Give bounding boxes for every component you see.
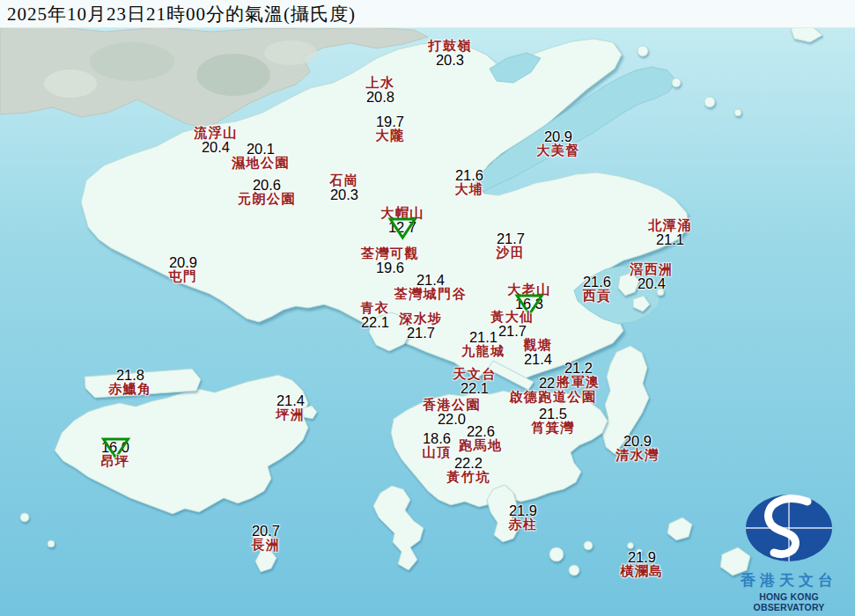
station: 20.9大美督	[536, 129, 580, 158]
station: 20.9屯門	[169, 255, 198, 283]
station-name: 長洲	[252, 539, 281, 552]
temperature-map-screen: 打鼓嶺20.3上水20.819.7大隴流浮山20.420.1濕地公園20.6元朗…	[0, 0, 855, 616]
station: 觀塘21.4	[524, 339, 553, 367]
station-name: 黃大仙	[490, 311, 534, 324]
station: 滘西洲20.4	[630, 263, 674, 291]
station: 20.1濕地公園	[232, 142, 290, 170]
station-name: 黃竹坑	[446, 471, 490, 484]
station: 21.2將軍澳	[556, 361, 601, 389]
station-value: 12.7	[380, 220, 424, 235]
station-name: 香港公園	[423, 399, 481, 412]
station: 22.6跑馬地	[459, 424, 503, 452]
station-name: 滘西洲	[630, 263, 674, 276]
station: 20.6元朗公園	[238, 178, 296, 206]
station-value: 20.9	[615, 434, 660, 449]
hko-logo-chinese: 香港天文台	[728, 570, 850, 590]
station-value: 20.3	[428, 53, 472, 68]
station-value: 21.4	[524, 352, 553, 367]
station: 北潭涌21.1	[648, 219, 692, 247]
station-value: 20.6	[238, 178, 296, 193]
station-name: 大隴	[376, 129, 405, 143]
station-name: 深水埗	[399, 312, 443, 326]
hko-logo-icon	[741, 491, 837, 565]
station-value: 21.6	[583, 275, 612, 290]
station-name: 屯門	[169, 270, 198, 283]
station-value: 21.5	[531, 407, 575, 422]
station-name: 將軍澳	[556, 376, 601, 389]
station: 石崗20.3	[330, 174, 359, 202]
station-value: 21.7	[497, 231, 526, 246]
station: 16.0昂坪	[101, 440, 130, 468]
station-name: 流浮山	[194, 127, 238, 140]
station-name: 大老山	[507, 283, 551, 297]
station-name: 坪洲	[276, 408, 306, 422]
station: 21.4坪洲	[276, 393, 306, 422]
station: 深水埗21.7	[399, 312, 443, 341]
station-name: 元朗公園	[238, 193, 296, 206]
station: 19.7大隴	[376, 114, 405, 143]
station-name: 北潭涌	[648, 219, 692, 232]
station-name: 赤鱲角	[108, 383, 152, 396]
station: 上水20.8	[366, 77, 395, 105]
station-value: 20.9	[536, 129, 580, 144]
station-value: 20.9	[169, 255, 198, 270]
station: 21.7沙田	[497, 231, 526, 260]
hko-logo: 香港天文台 HONG KONG OBSERVATORY	[728, 491, 850, 612]
hko-logo-english: HONG KONG OBSERVATORY	[728, 591, 850, 612]
station: 21.6西貢	[583, 275, 612, 303]
station-name: 筲箕灣	[531, 422, 575, 435]
station-value: 20.7	[252, 524, 281, 539]
station-value: 21.9	[509, 503, 538, 518]
station: 天文台22.1	[453, 368, 497, 396]
station-name: 大帽山	[380, 207, 424, 220]
station: 20.9清水灣	[615, 434, 660, 462]
station-name: 沙田	[497, 246, 526, 260]
station-value: 21.8	[108, 368, 152, 383]
station-name: 清水灣	[615, 449, 660, 462]
station: 20.7長洲	[252, 524, 281, 552]
station-value: 20.4	[630, 276, 674, 291]
station: 荃灣可觀19.6	[361, 247, 419, 275]
station-name: 上水	[366, 77, 395, 90]
station-value: 18.6	[423, 431, 452, 446]
station-name: 石崗	[330, 174, 359, 187]
station-value: 20.8	[366, 90, 395, 105]
station-value: 22.6	[459, 424, 503, 439]
station-name: 青衣	[361, 302, 390, 315]
station: 青衣22.1	[361, 302, 390, 330]
station: 21.1九龍城	[461, 330, 505, 358]
station-value: 22.1	[453, 381, 497, 396]
extreme-low-triangle-icon	[387, 216, 418, 240]
station-name: 荃灣可觀	[361, 247, 419, 260]
station-name: 天文台	[453, 368, 497, 381]
station-value: 21.6	[455, 168, 484, 183]
station-name: 橫瀾島	[620, 565, 664, 578]
map-title: 2025年10月23日21時00分的氣溫(攝氏度)	[0, 2, 356, 26]
station-name: 濕地公園	[232, 157, 290, 170]
station-name: 昂坪	[101, 455, 130, 468]
station: 21.6大埔	[455, 168, 484, 196]
station-value: 21.7	[399, 326, 443, 341]
station: 大帽山12.7	[380, 207, 424, 235]
station: 22.2黃竹坑	[446, 456, 490, 484]
station-name: 打鼓嶺	[428, 40, 472, 53]
title-bar: 2025年10月23日21時00分的氣溫(攝氏度)	[0, 0, 855, 28]
station-name: 大埔	[455, 183, 484, 196]
station: 21.8赤鱲角	[108, 368, 152, 396]
station-value: 22.2	[446, 456, 490, 471]
station-name: 觀塘	[524, 339, 553, 352]
station: 21.9橫瀾島	[620, 550, 664, 578]
station-name: 九龍城	[461, 345, 505, 358]
station-value: 21.1	[461, 330, 505, 345]
station-name: 赤柱	[509, 518, 538, 532]
station-value: 20.1	[232, 142, 290, 157]
station: 打鼓嶺20.3	[428, 40, 472, 68]
station-name: 西貢	[583, 290, 612, 303]
station-name: 啟德跑道公園	[510, 391, 597, 404]
station: 21.4荃灣城門谷	[394, 273, 468, 301]
station-name: 跑馬地	[459, 439, 503, 452]
station-name: 大美督	[536, 144, 580, 158]
station-name: 荃灣城門谷	[394, 288, 468, 301]
station-value: 19.7	[376, 114, 405, 129]
station-value: 22.1	[361, 315, 390, 330]
